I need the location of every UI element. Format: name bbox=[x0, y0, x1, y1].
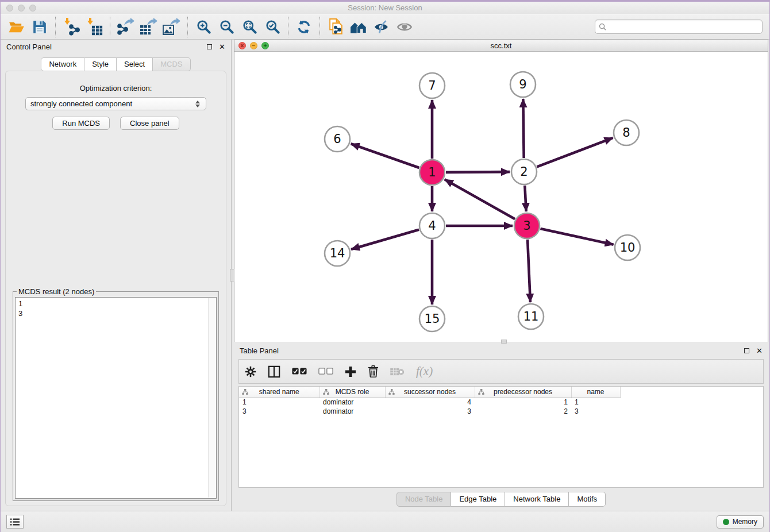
open-session-button[interactable] bbox=[5, 16, 28, 38]
mcds-result-list[interactable]: 1 3 bbox=[15, 297, 217, 499]
tab-node-table[interactable]: Node Table bbox=[396, 492, 452, 507]
graph-edge-1-6[interactable] bbox=[351, 144, 419, 168]
column-header-predecessor-nodes[interactable]: predecessor nodes bbox=[475, 387, 571, 398]
right-column: × − + scc.txt 1234678910111415 Table Pan… bbox=[234, 40, 769, 511]
search-input[interactable] bbox=[609, 22, 759, 31]
graph-edge-3-10[interactable] bbox=[540, 229, 613, 245]
memory-button[interactable]: Memory bbox=[717, 515, 764, 529]
network-canvas[interactable]: 1234678910111415 bbox=[234, 52, 768, 343]
select-checked-icon[interactable] bbox=[292, 368, 307, 375]
float-panel-icon[interactable] bbox=[744, 348, 749, 353]
table-tabs: Node Table Edge Table Network Table Moti… bbox=[234, 488, 768, 511]
zoom-selected-button[interactable] bbox=[261, 16, 284, 38]
style-preview-button[interactable] bbox=[370, 16, 393, 38]
add-column-icon[interactable] bbox=[345, 366, 356, 377]
show-hide-button[interactable] bbox=[393, 16, 416, 38]
zoom-fit-button[interactable] bbox=[238, 16, 261, 38]
svg-text:6: 6 bbox=[333, 132, 341, 146]
graph-node-7[interactable]: 7 bbox=[419, 73, 445, 98]
table-row[interactable]: 3 dominator 3 2 3 bbox=[239, 407, 620, 416]
graph-node-11[interactable]: 11 bbox=[518, 304, 544, 329]
search-field[interactable] bbox=[595, 20, 763, 34]
mcds-pane: Optimization criterion: strongly connect… bbox=[5, 71, 226, 506]
result-scrollbar[interactable] bbox=[208, 298, 215, 498]
refresh-layout-button[interactable] bbox=[292, 16, 315, 38]
optimization-criterion-select[interactable]: strongly connected component bbox=[25, 97, 206, 110]
horizontal-splitter[interactable] bbox=[234, 342, 768, 344]
graph-node-9[interactable]: 9 bbox=[510, 72, 536, 97]
refresh-icon bbox=[297, 20, 311, 34]
graph-node-6[interactable]: 6 bbox=[325, 126, 350, 152]
graph-node-2[interactable]: 2 bbox=[511, 159, 537, 184]
save-session-button[interactable] bbox=[28, 16, 51, 38]
graph-edge-2-3[interactable] bbox=[525, 186, 526, 211]
column-header-shared-name[interactable]: shared name bbox=[239, 387, 319, 398]
splitter-grip[interactable] bbox=[230, 269, 234, 282]
graph-node-14[interactable]: 14 bbox=[325, 241, 350, 266]
eye-slash-icon bbox=[374, 20, 390, 34]
graph-node-10[interactable]: 10 bbox=[615, 235, 640, 260]
float-panel-icon[interactable] bbox=[207, 44, 212, 49]
graph-edge-3-1[interactable] bbox=[445, 179, 515, 219]
delete-icon[interactable] bbox=[368, 365, 379, 377]
duplicate-network-button[interactable] bbox=[324, 16, 347, 38]
split-column-icon[interactable] bbox=[268, 365, 280, 378]
close-panel-icon[interactable]: ✕ bbox=[219, 43, 225, 51]
tab-select[interactable]: Select bbox=[117, 57, 153, 71]
gear-icon[interactable] bbox=[245, 366, 256, 377]
node-table[interactable]: shared name MCDS role successor nodes bbox=[238, 386, 764, 488]
export-image-button[interactable] bbox=[160, 16, 183, 38]
hierarchy-icon bbox=[242, 389, 248, 397]
graph-edge-1-2[interactable] bbox=[446, 172, 510, 172]
tab-network-table[interactable]: Network Table bbox=[505, 492, 569, 507]
task-history-button[interactable] bbox=[6, 515, 24, 529]
graph-edge-4-14[interactable] bbox=[351, 230, 419, 249]
home-button[interactable] bbox=[347, 16, 370, 38]
splitter-grip[interactable] bbox=[501, 340, 507, 344]
import-network-icon bbox=[62, 18, 80, 36]
eye-icon bbox=[396, 21, 413, 33]
tab-network[interactable]: Network bbox=[41, 57, 84, 71]
column-header-successor-nodes[interactable]: successor nodes bbox=[385, 387, 475, 398]
tab-edge-table[interactable]: Edge Table bbox=[451, 492, 505, 507]
table-panel-title: Table Panel bbox=[240, 346, 279, 355]
close-panel-button[interactable]: Close panel bbox=[120, 117, 179, 130]
graph-node-1[interactable]: 1 bbox=[419, 160, 445, 185]
network-title: scc.txt bbox=[234, 41, 768, 50]
table-row[interactable]: 1 dominator 4 1 1 bbox=[239, 398, 620, 407]
graph-edge-3-11[interactable] bbox=[528, 240, 530, 302]
zoom-in-button[interactable] bbox=[192, 16, 215, 38]
graph-edge-2-9[interactable] bbox=[523, 99, 523, 158]
graph-node-3[interactable]: 3 bbox=[514, 213, 540, 238]
graph-edge-2-8[interactable] bbox=[537, 138, 613, 167]
export-table-button[interactable] bbox=[137, 16, 160, 38]
import-network-button[interactable] bbox=[60, 16, 83, 38]
graph-node-15[interactable]: 15 bbox=[419, 306, 445, 331]
tab-mcds[interactable]: MCDS bbox=[153, 57, 190, 71]
close-panel-icon[interactable]: ✕ bbox=[756, 347, 763, 354]
svg-text:15: 15 bbox=[425, 312, 440, 326]
zoom-in-icon bbox=[196, 19, 211, 34]
memory-status-icon bbox=[723, 519, 729, 525]
toolbar-separator bbox=[55, 17, 56, 37]
duplicate-network-icon bbox=[328, 18, 344, 35]
graph-node-8[interactable]: 8 bbox=[614, 120, 639, 145]
import-table-button[interactable] bbox=[83, 16, 106, 38]
tab-style[interactable]: Style bbox=[84, 57, 117, 71]
control-panel-header: Control Panel ✕ bbox=[1, 40, 231, 54]
network-graph[interactable]: 1234678910111415 bbox=[234, 52, 769, 341]
graph-node-4[interactable]: 4 bbox=[419, 213, 445, 238]
hierarchy-icon bbox=[323, 389, 329, 397]
zoom-out-button[interactable] bbox=[215, 16, 238, 38]
status-bar: Memory bbox=[1, 511, 769, 532]
run-mcds-button[interactable]: Run MCDS bbox=[52, 117, 110, 130]
select-unchecked-icon[interactable] bbox=[318, 368, 333, 375]
vertical-splitter[interactable] bbox=[231, 40, 234, 511]
tab-motifs[interactable]: Motifs bbox=[569, 492, 606, 507]
mcds-result-line: 1 bbox=[18, 299, 213, 309]
table-header-row: shared name MCDS role successor nodes bbox=[239, 387, 620, 398]
optimization-criterion-value: strongly connected component bbox=[30, 99, 195, 108]
export-network-button[interactable] bbox=[114, 16, 137, 38]
column-header-name[interactable]: name bbox=[571, 387, 620, 398]
column-header-mcds-role[interactable]: MCDS role bbox=[319, 387, 385, 398]
